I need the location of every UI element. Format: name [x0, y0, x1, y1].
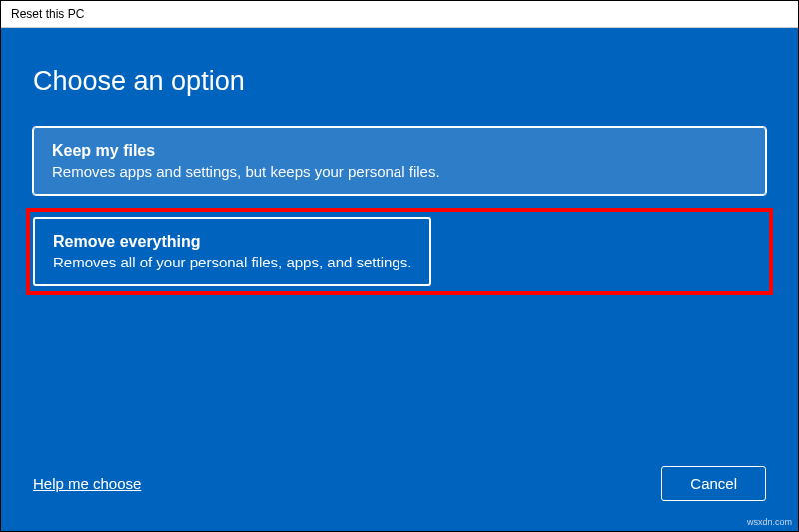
- highlight-annotation: Remove everything Removes all of your pe…: [26, 208, 773, 295]
- window-titlebar: Reset this PC: [1, 1, 798, 28]
- page-title: Choose an option: [33, 66, 766, 97]
- option-title: Keep my files: [52, 142, 747, 160]
- main-panel: Choose an option Keep my files Removes a…: [1, 28, 798, 531]
- bottom-bar: Help me choose Cancel: [33, 466, 766, 501]
- options-list: Keep my files Removes apps and settings,…: [33, 127, 766, 286]
- cancel-button[interactable]: Cancel: [661, 466, 766, 501]
- option-description: Removes all of your personal files, apps…: [53, 254, 411, 270]
- option-title: Remove everything: [53, 233, 411, 251]
- help-me-choose-link[interactable]: Help me choose: [33, 475, 141, 492]
- option-description: Removes apps and settings, but keeps you…: [52, 163, 747, 180]
- option-remove-everything[interactable]: Remove everything Removes all of your pe…: [33, 217, 431, 286]
- watermark: wsxdn.com: [747, 517, 792, 527]
- reset-pc-window: Reset this PC Choose an option Keep my f…: [0, 0, 799, 532]
- window-title: Reset this PC: [11, 7, 84, 21]
- option-keep-my-files[interactable]: Keep my files Removes apps and settings,…: [33, 127, 766, 195]
